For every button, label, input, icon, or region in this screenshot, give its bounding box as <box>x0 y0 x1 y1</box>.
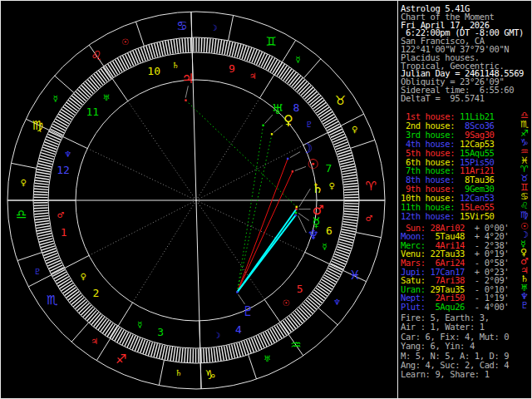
house-ruler-icon: ☉ <box>282 298 289 308</box>
house-ruler-icon: ♄ <box>171 61 179 70</box>
house-row: 9th house: 9Gem30 <box>401 185 495 193</box>
sign-ruler-icon: ♃ <box>91 337 98 346</box>
house-ruler-icon: ♃ <box>249 71 257 81</box>
house-number: 9 <box>229 62 235 75</box>
house-cusp-ray <box>132 200 196 303</box>
sign-ruler-icon: ♀ <box>352 125 357 134</box>
sign-ruler-icon: ♆ <box>333 298 341 307</box>
planet-glyph-icon: ♄ <box>312 180 323 196</box>
planet-row: Plut: 5Aqu26 - 4°00' <box>401 303 509 311</box>
planet-row: Sun: 28Ari02 + 0°00' <box>401 224 509 232</box>
planet-glyph-icon: ♇ <box>242 303 254 319</box>
house-cusp-ray <box>196 200 305 252</box>
house-ruler-icon: ☽ <box>214 331 221 340</box>
house-row: 4th house: 12Cap53 <box>401 140 495 148</box>
house-number: 1 <box>61 226 67 239</box>
house-number: 12 <box>57 164 70 176</box>
sign-boundary-line <box>351 140 375 148</box>
zodiac-sign-icon: ♐ <box>116 352 126 367</box>
stats-line: M: 5, N: 5, A: 1, D: 9 <box>401 352 509 360</box>
planet-row: Mars: 6Ari24 - 0°58' <box>401 259 509 267</box>
sign-boundary-line <box>249 355 257 379</box>
house-number: 6 <box>326 224 332 237</box>
info-panel: Astrolog 5.41GChart of the MomentFri Apr… <box>398 1 532 398</box>
house-cusp-ray <box>196 145 303 200</box>
planet-row: Venu: 22Tau33 + 0°19' <box>401 249 509 258</box>
planet-glyph-icon: ☽ <box>301 140 313 156</box>
stats-line: Yang: 6, Yin: 4 <box>401 342 475 350</box>
sign-ruler-icon: ☿ <box>53 94 58 103</box>
planet-glyph-icon: ♅ <box>272 101 283 117</box>
zodiac-sign-icon: ♒ <box>290 337 301 352</box>
house-cusp-ray <box>89 200 196 255</box>
planet-dot <box>287 158 288 160</box>
sign-boundary-line <box>11 163 36 168</box>
planet-connector <box>298 215 307 233</box>
zodiac-sign-icon: ♋ <box>176 18 187 33</box>
house-cusp-ray <box>128 101 196 200</box>
house-number: 7 <box>325 162 332 175</box>
aspect-line <box>237 171 293 292</box>
planet-dot <box>292 170 293 172</box>
house-number: 8 <box>293 101 300 114</box>
house-number: 5 <box>297 283 303 295</box>
house-number: 4 <box>235 323 242 336</box>
stats-line: Car: 6, Fix: 4, Mut: 0 <box>401 332 509 341</box>
sign-ruler-icon: ♂ <box>365 214 372 223</box>
house-row: 3rd house: 9Sag30 <box>401 131 495 139</box>
sign-boundary-line <box>159 360 164 385</box>
astrolog-window: ♈♂♉♀♊☿♋☽♌☉♍☿♎♀♏♇♐♃♑♄♒♅♓♆1♂2♀3☿4☽5☉6☿7♀8♇… <box>0 0 532 399</box>
planet-dot <box>296 206 298 208</box>
planet-row: Jupi: 17Can17 + 0°23' <box>401 268 509 276</box>
stats-line: Fire: 5, Earth: 3, <box>401 313 490 322</box>
house-ruler-icon: ♆ <box>64 150 71 159</box>
house-ruler-icon: ♀ <box>80 272 86 281</box>
planet-glyph-icon: ☉ <box>307 156 318 172</box>
planet-glyph-icon: ♂ <box>312 202 323 218</box>
planet-glyph-icon: ♃ <box>182 71 194 86</box>
house-number: 11 <box>86 106 99 118</box>
house-row: 10th house: 12Can53 <box>401 194 495 202</box>
stats-line: Learn: 9, Share: 1 <box>401 370 490 378</box>
zodiac-sign-icon: ♓ <box>349 268 360 283</box>
house-cusp-ray <box>196 98 260 200</box>
house-ruler-icon: ♂ <box>57 210 64 219</box>
house-row: 8th house: 8Tau36 <box>401 175 495 184</box>
stats-line: Ang: 4, Suc: 2, Cad: 4 <box>401 361 509 369</box>
sign-ruler-icon: ☽ <box>210 23 218 32</box>
planet-glyph-icon: ♇ <box>520 302 529 310</box>
sign-boundary-line <box>55 76 74 92</box>
zodiac-sign-icon: ♎ <box>16 207 27 222</box>
planet-connector <box>273 125 283 132</box>
planet-connector <box>290 152 300 158</box>
planet-dot <box>295 212 297 214</box>
house-ruler-icon: ♅ <box>103 93 111 102</box>
zodiac-sign-icon: ♍ <box>32 118 43 133</box>
stats-line: Air : 1, Water: 1 <box>401 323 485 331</box>
sign-ruler-icon: ☉ <box>121 37 129 47</box>
house-row: 6th house: 15Pis50 <box>401 158 495 166</box>
house-ruler-icon: ☿ <box>322 242 327 251</box>
house-number: 2 <box>93 287 100 299</box>
sign-ruler-icon: ☿ <box>295 55 300 64</box>
sign-boundary-line <box>135 22 144 46</box>
aspect-line <box>237 215 295 293</box>
house-cusp-ray <box>87 149 196 200</box>
chart-wheel: ♈♂♉♀♊☿♋☽♌☉♍☿♎♀♏♇♐♃♑♄♒♅♓♆1♂2♀3☿4☽5☉6☿7♀8♇… <box>1 1 398 399</box>
header-line: DeltaT = 95.5741 <box>401 94 485 102</box>
sign-boundary-line <box>17 253 42 261</box>
planet-dot <box>295 208 297 209</box>
planet-row: Moon: 5Tau48 + 4°20' <box>401 232 509 240</box>
house-ruler-icon: ☿ <box>137 320 142 329</box>
house-ruler-icon: ♇ <box>305 120 313 129</box>
zodiac-sign-icon: ♉ <box>335 93 346 108</box>
zodiac-sign-icon: ♏ <box>47 293 58 308</box>
sign-ruler-icon: ♄ <box>175 368 182 377</box>
planet-dot <box>294 214 296 216</box>
house-row: 12th house: 15Vir50 <box>401 212 495 220</box>
planet-glyph-icon: ♆ <box>308 227 319 243</box>
sign-boundary-line <box>71 323 88 342</box>
planet-dot <box>185 99 186 101</box>
sign-boundary-line <box>318 308 337 324</box>
sign-ruler-icon: ♀ <box>20 178 26 187</box>
